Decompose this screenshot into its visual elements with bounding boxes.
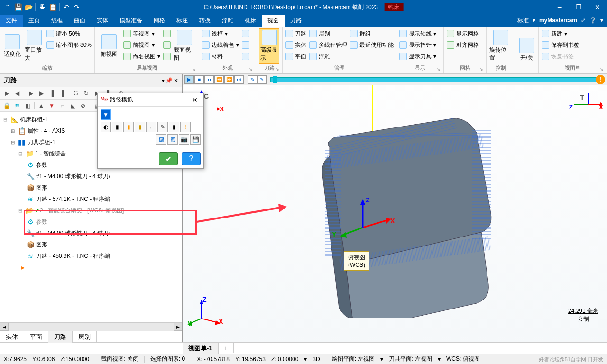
alert-icon[interactable]: ! xyxy=(596,75,605,84)
mgr-thread-button[interactable]: 多线程管理 xyxy=(309,40,347,50)
tb-icon[interactable]: ▶ xyxy=(26,89,36,98)
menu-file[interactable]: 文件 xyxy=(0,15,23,27)
dlg-btn[interactable]: ▨ xyxy=(167,134,178,145)
show-pointer-button[interactable]: 显示指针▾ xyxy=(399,40,436,50)
namedview-button[interactable]: 命名视图▾ xyxy=(123,51,160,62)
tb-icon[interactable]: ◣ xyxy=(68,101,77,110)
print-icon[interactable]: 🖶 xyxy=(37,2,47,12)
advanced-display-button[interactable]: 高级显示 xyxy=(259,28,279,64)
menu-annotate[interactable]: 标注 xyxy=(171,15,193,27)
maximize-button[interactable]: ❐ xyxy=(569,0,588,14)
dlg-btn[interactable]: ⌐ xyxy=(146,122,156,132)
section-view-button[interactable]: 截面视图 xyxy=(174,28,196,64)
dlg-btn[interactable]: ! xyxy=(180,122,191,132)
save-icon[interactable]: 💾 xyxy=(13,2,23,12)
tab-level[interactable]: 层别 xyxy=(73,331,97,343)
launcher-icon[interactable]: ↘ xyxy=(437,67,442,73)
viewsheet-save-button[interactable]: 保存到书签 xyxy=(542,40,579,50)
show-tool-button[interactable]: 显示刀具▾ xyxy=(399,51,436,62)
dlg-btn[interactable]: ▮ xyxy=(135,122,145,132)
appearance-icon-1[interactable] xyxy=(242,30,249,37)
show-axis-button[interactable]: 显示轴线▾ xyxy=(399,28,436,39)
status-section[interactable]: 截面视图: 关闭 xyxy=(101,355,138,363)
dialog-ok-button[interactable]: ✔ xyxy=(159,152,178,165)
viewsheet-new-button[interactable]: 新建▾ xyxy=(542,28,579,39)
h-scrollbar[interactable]: ◀▶ xyxy=(0,322,182,331)
tree-toggle[interactable]: ⊞ xyxy=(9,128,16,134)
paste-icon[interactable]: 📋 xyxy=(48,2,57,12)
rotate-button[interactable]: 旋转位置 xyxy=(489,28,512,64)
lock-icon[interactable]: 🔒 xyxy=(2,101,11,110)
play-button[interactable]: ▶ xyxy=(184,75,194,84)
frontview-button[interactable]: 前视图▾ xyxy=(123,40,160,50)
dlg-mode-button[interactable]: ▼ xyxy=(101,109,111,120)
zoom-50-button[interactable]: 缩小 50% xyxy=(46,28,92,39)
add-viewsheet-button[interactable]: + xyxy=(219,343,234,353)
zoom-window-button[interactable]: 窗口放大 xyxy=(25,28,44,64)
menu-modelprep[interactable]: 模型准备 xyxy=(114,15,148,27)
tb-icon[interactable]: ↻ xyxy=(82,89,91,98)
new-icon[interactable]: 🗋 xyxy=(3,2,12,12)
tb-icon[interactable]: ◧ xyxy=(23,101,32,110)
close-button[interactable]: ✕ xyxy=(588,0,607,14)
menu-machine[interactable]: 机床 xyxy=(239,15,262,27)
menu-view[interactable]: 视图 xyxy=(262,15,285,27)
expand-icon[interactable]: ⤢ xyxy=(581,17,586,24)
fastfwd-button[interactable]: ⏭ xyxy=(234,75,244,84)
help-icon[interactable]: ❔ xyxy=(589,17,597,24)
tb-icon[interactable]: ▐ xyxy=(57,89,67,98)
save-icon[interactable]: 💾 xyxy=(190,134,201,145)
trace-button[interactable]: ✎ xyxy=(248,75,257,84)
tb-icon[interactable]: ▶ xyxy=(37,89,46,98)
rewind-button[interactable]: ⏮ xyxy=(204,75,214,84)
panel-dropdown-icon[interactable]: ▾ xyxy=(162,77,165,84)
dlg-btn[interactable]: ✎ xyxy=(157,122,168,132)
launcher-icon[interactable]: ↘ xyxy=(479,67,485,73)
launcher-icon[interactable]: ↘ xyxy=(192,67,198,73)
dlg-btn[interactable]: ▮ xyxy=(123,122,134,132)
menu-relief[interactable]: 浮雕 xyxy=(216,15,239,27)
zoom-80-button[interactable]: 缩小图形 80% xyxy=(46,40,92,50)
dialog-close-button[interactable]: ✕ xyxy=(189,96,201,104)
tab-solid[interactable]: 实体 xyxy=(0,331,24,343)
status-cplane[interactable]: 绘图平面: 左视图 xyxy=(332,355,375,363)
arrow-icon[interactable]: ▸ xyxy=(18,263,27,272)
tb-icon[interactable]: ⌐ xyxy=(57,101,67,110)
stepback-button[interactable]: ⏪ xyxy=(214,75,224,84)
tb-icon[interactable]: ▐ xyxy=(47,89,56,98)
tb-icon[interactable]: G xyxy=(71,89,81,98)
context-tab[interactable]: 铣床 xyxy=(384,3,403,11)
tab-plane[interactable]: 平面 xyxy=(24,331,48,343)
tree-toggle[interactable]: ⊟ xyxy=(17,208,24,213)
appearance-icon-3[interactable] xyxy=(242,53,249,60)
tree-toggle[interactable]: ⊟ xyxy=(2,117,9,122)
tb-icon[interactable]: ⊘ xyxy=(78,101,88,110)
show-grid-button[interactable]: 显示网格 xyxy=(447,28,479,39)
viewsheet-restore-button[interactable]: 恢复书签 xyxy=(542,51,579,62)
menu-brand[interactable]: myMastercam xyxy=(539,17,577,24)
down-icon[interactable]: ▼ xyxy=(47,101,56,110)
menu-standard[interactable]: 标准 xyxy=(517,17,529,25)
mgr-toolpath-button[interactable]: 刀路 xyxy=(285,28,306,39)
deselect-icon[interactable]: ◀ xyxy=(12,89,22,98)
dlg-btn[interactable]: ▮ xyxy=(112,122,122,132)
launcher-icon[interactable]: ↘ xyxy=(249,67,255,73)
edgeshade-button[interactable]: 边线着色▾ xyxy=(202,40,239,50)
menu-toolpath[interactable]: 刀路 xyxy=(285,15,307,27)
viewport[interactable]: ▶ ■ ⏮ ⏪ ⏩ ⏭ ✎ ✎ ! X C xyxy=(183,74,607,342)
align-grid-button[interactable]: 对齐网格 xyxy=(447,40,479,50)
status-tplane[interactable]: 刀具平面: 左视图 xyxy=(389,355,432,363)
wireframe-button[interactable]: 线框▾ xyxy=(202,28,239,39)
fit-button[interactable]: 适度化 xyxy=(3,28,22,64)
mgr-group-button[interactable]: 群组 xyxy=(350,28,394,39)
minimize-button[interactable]: ━ xyxy=(550,0,569,14)
mgr-relief-button[interactable]: 浮雕 xyxy=(309,51,347,62)
tree-toggle[interactable]: ⊟ xyxy=(9,140,16,145)
mgr-recent-button[interactable]: 最近使用功能 xyxy=(350,40,394,50)
dlg-btn[interactable]: ◐ xyxy=(101,122,111,132)
launcher-icon[interactable]: ↘ xyxy=(600,67,606,73)
op2-label[interactable]: 2 - 智能综合渐变 - [WCS: 俯视图] xyxy=(40,207,124,215)
menu-solid[interactable]: 实体 xyxy=(91,15,114,27)
dlg-btn[interactable]: ▮ xyxy=(169,122,179,132)
menu-wireframe[interactable]: 线框 xyxy=(46,15,68,27)
